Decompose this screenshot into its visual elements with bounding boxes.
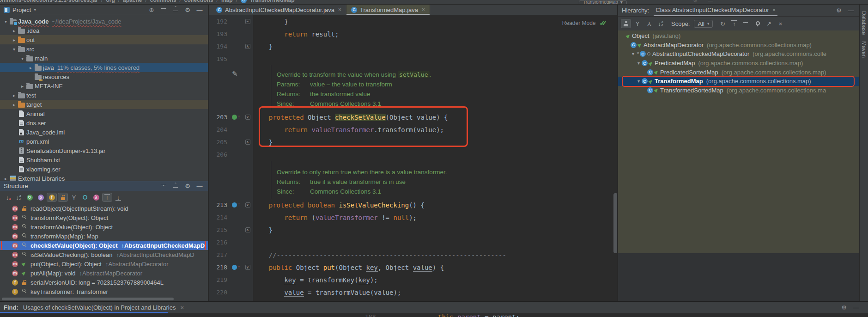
export-icon[interactable]: ↗ (764, 19, 773, 28)
gear-icon[interactable]: ⚙ (183, 6, 192, 14)
close-icon[interactable]: × (180, 304, 184, 311)
preview-code-line[interactable]: this.parent = parent; (438, 313, 520, 317)
chevron-icon[interactable]: ▾ (3, 19, 9, 24)
sort-by-visibility-icon[interactable]: ↓ (3, 193, 12, 201)
find-usages-tab[interactable]: Usages of checkSetValue(Object) in Proje… (23, 304, 176, 311)
tool-window-button-maven[interactable]: Maven (861, 41, 867, 58)
hierarchy-class-on-icon[interactable] (621, 19, 631, 28)
structure-item[interactable]: mtransformValue(Object): Object (0, 222, 208, 232)
code-line[interactable]: 204 return valueTransformer.transform(va… (209, 123, 618, 136)
hierarchy-row-transformedmap[interactable]: ▾CTransformedMap(org.apache.commons.coll… (618, 77, 859, 86)
chevron-icon[interactable]: ▾ (11, 47, 17, 52)
structure-item[interactable]: mreadObject(ObjectInputStream): void (0, 204, 208, 213)
fold-marker[interactable]: ∧ (242, 44, 253, 49)
editor-tab[interactable]: CAbstractInputCheckedMapDecorator.java× (212, 5, 346, 15)
chevron-icon[interactable]: ▾ (19, 56, 25, 61)
structure-item[interactable]: mtransformMap(Map): Map (0, 232, 208, 241)
pin-icon[interactable] (753, 19, 762, 28)
close-icon[interactable]: × (776, 19, 785, 28)
chevron-icon[interactable]: ▸ (19, 84, 25, 89)
project-tree-item-external-libraries[interactable]: ▸External Libraries (0, 174, 208, 181)
project-tree-item-test[interactable]: ▸test (0, 91, 208, 100)
breadcrumb-item[interactable]: commons-collections-3.2.1-sources.jar (0, 0, 98, 4)
hierarchy-tab[interactable]: Class AbstractInputCheckedMapDecorator× (654, 5, 777, 16)
close-icon[interactable]: × (772, 7, 776, 13)
collapse-all-icon[interactable]: ˆ (171, 182, 180, 190)
tool-window-button-database[interactable]: Database (861, 11, 867, 35)
fold-marker[interactable]: ∨ (242, 115, 253, 120)
chevron-icon[interactable]: ▾ (636, 61, 642, 66)
minimize-icon[interactable]: — (195, 6, 204, 14)
fold-marker[interactable]: ∧ (242, 140, 253, 145)
code-line[interactable]: 206 (209, 148, 618, 161)
scope-select[interactable]: All▾ (694, 20, 713, 28)
horizontal-scrollbar[interactable] (2, 298, 174, 300)
breadcrumb-item[interactable]: map (221, 0, 233, 4)
editor-body[interactable]: 192− }193 return result;194∧ }195Overrid… (209, 15, 618, 301)
code-line[interactable]: 215∧ } (209, 224, 618, 236)
structure-item[interactable]: misSetValueChecking(): boolean↑AbstractI… (0, 250, 208, 259)
code-line[interactable]: 194∧ } (209, 40, 618, 53)
breadcrumb-item[interactable]: org (106, 0, 115, 4)
code-line[interactable]: 203↑∨ protected Object checkSetValue(Obj… (209, 111, 618, 123)
chevron-icon[interactable]: ▾ (630, 51, 636, 56)
fold-marker[interactable]: ∨ (242, 202, 253, 207)
project-tree-item-out[interactable]: ▸out (0, 35, 208, 44)
code-line[interactable]: 220 value = transformValue(value); (209, 286, 618, 299)
sort-alpha-icon[interactable]: ↓az (14, 193, 23, 201)
locate-icon[interactable]: ⊕ (147, 6, 156, 14)
chevron-icon[interactable]: ▸ (11, 93, 17, 98)
hierarchy-row-predicatedmap[interactable]: ▾CPredicatedMap(org.apache.commons.colle… (618, 59, 859, 68)
refresh-icon[interactable]: ↻ (718, 19, 727, 28)
project-tree-item-java-code-iml[interactable]: Java_code.iml (0, 128, 208, 137)
minimize-icon[interactable]: — (708, 0, 713, 3)
gear-icon[interactable]: ⚙ (839, 304, 849, 312)
code-line[interactable]: 193 return result; (209, 28, 618, 40)
supertypes-icon[interactable]: Y (633, 19, 642, 28)
expand-all-icon[interactable]: ˇ (159, 6, 168, 14)
project-tree-item-dns-ser[interactable]: dns.ser (0, 118, 208, 128)
structure-item[interactable]: fserialVersionUID: long = 70231523767889… (0, 278, 208, 287)
show-anonymous-icon[interactable] (80, 193, 90, 201)
code-line[interactable]: 213↑∨ protected boolean isSetValueChecki… (209, 199, 618, 211)
expand-all-icon[interactable]: ˇ (159, 182, 168, 190)
gear-icon[interactable]: ⚙ (834, 6, 844, 15)
code-line[interactable]: 218↑∨ public Object put(Object key, Obje… (209, 261, 618, 274)
project-tree-item-animal[interactable]: Animal (0, 109, 208, 118)
breadcrumb-item[interactable]: apache (123, 0, 142, 4)
chevron-icon[interactable]: ▸ (11, 28, 17, 33)
breadcrumb[interactable]: commons-collections-3.2.1-sources.jar/or… (0, 0, 295, 4)
fold-marker[interactable]: − (242, 19, 253, 24)
chevron-icon[interactable]: ▸ (3, 176, 9, 181)
chevron-icon[interactable]: ▾ (636, 79, 642, 84)
collapse-all-icon[interactable]: ˆ (171, 6, 180, 14)
fold-marker[interactable]: ∧ (242, 227, 253, 232)
project-tree-item-xiaoming-ser[interactable]: xiaoming.ser (0, 165, 208, 174)
reader-mode-label[interactable]: Reader Mode (562, 20, 596, 26)
project-tree-item-target[interactable]: ▸target (0, 100, 208, 109)
show-properties-icon[interactable]: p (36, 193, 45, 201)
show-fields-icon[interactable]: f (47, 193, 56, 201)
code-line[interactable]: 214 return (valueTransformer != null); (209, 211, 618, 224)
project-tree-item-java-code[interactable]: ▾Java_code~/IdeaProjects/Java_code (0, 17, 208, 26)
close-icon[interactable]: × (338, 6, 341, 13)
edit-intention-pencil-icon[interactable]: ✎ (232, 70, 238, 78)
group-methods-icon[interactable]: Y (69, 193, 79, 201)
breadcrumb-item[interactable]: collections (184, 0, 213, 4)
sort-alpha-icon[interactable]: ↓az (656, 19, 665, 28)
code-line[interactable]: 217 //----------------------------------… (209, 249, 618, 261)
project-tree-item-serializationdumper-v1-13-jar[interactable]: SerializationDumper-v1.13.jar (0, 146, 208, 155)
gear-icon[interactable]: ⚙ (183, 182, 192, 190)
breadcrumb-item[interactable]: commons (150, 0, 176, 4)
structure-item[interactable]: mputAll(Map): void↑AbstractMapDecorator (0, 268, 208, 278)
minimize-icon[interactable]: — (846, 6, 856, 15)
project-tree-item-resources[interactable]: resources (0, 72, 208, 81)
project-tree-item-main[interactable]: ▾main (0, 54, 208, 63)
code-line[interactable]: 192− } (209, 15, 618, 28)
hierarchy-row-abstractmapdecorator[interactable]: CAbstractMapDecorator(org.apache.commons… (618, 41, 859, 50)
chevron-icon[interactable]: ▸ (11, 102, 17, 107)
hierarchy-row-transformedsortedmap[interactable]: CTransformedSortedMap(org.apache.commons… (618, 86, 859, 95)
structure-item[interactable]: mcheckSetValue(Object): Object↑AbstractI… (0, 241, 208, 250)
code-line[interactable]: 205∧ } (209, 136, 618, 148)
override-marker-icon[interactable]: ↑ (230, 202, 242, 207)
